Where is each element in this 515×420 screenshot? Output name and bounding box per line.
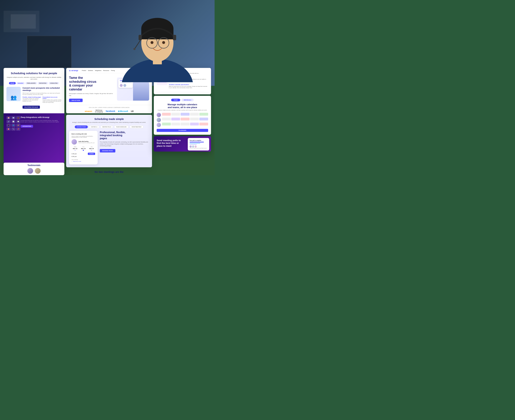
- booking-dates: WED Mar 22 THU Mar 23 FRI Mar 24: [72, 146, 95, 151]
- logos-bar: JOIN 100,000+ USERS FROM LEADING COMPANI…: [66, 105, 152, 113]
- date-num: Mar 23: [80, 148, 87, 150]
- tag-consulting[interactable]: CONSULTING: [49, 82, 59, 84]
- confirm-button[interactable]: Confirm: [88, 153, 95, 155]
- cal-people-col: [157, 113, 161, 127]
- tab-group[interactable]: GROUP MEETINGS: [130, 126, 144, 128]
- int-logo: 💼: [16, 116, 20, 119]
- solutions-button[interactable]: SOLUTIONS FOR SALES: [23, 106, 40, 109]
- right-bottom-section: Send meeting polls tofind the best time …: [154, 136, 211, 152]
- date-dot: [91, 150, 92, 151]
- feature-placeholders: Tentative calendar placeholders When you…: [169, 84, 208, 90]
- left-tags: SALES education FREELANCERS RECRUITING C…: [7, 82, 61, 84]
- int-logo: 🌐: [11, 124, 15, 127]
- booking-card: Book a meeting with Julie Click on a dat…: [69, 131, 98, 165]
- left-bottom-section: 📅 📧 💼 🔗 📊 💬 📱 🌐 ⚡ 🎯 🔧 📌 Deep Integration…: [4, 113, 64, 163]
- calendars-button[interactable]: CALENDARS: [157, 129, 208, 132]
- host-avatar: [72, 139, 77, 145]
- day-label: FRI: [88, 146, 95, 147]
- hero-sub: Real people's schedules are messy. Chaot…: [69, 93, 115, 97]
- logos-title: JOIN 100,000+ USERS FROM LEADING COMPANI…: [69, 107, 149, 108]
- int-logo: 📱: [7, 124, 11, 127]
- left-convert-section: Convert more prospects into scheduled me…: [7, 87, 61, 111]
- panel-left: Scheduling solutions for real people Int…: [4, 68, 64, 175]
- svg-point-13: [162, 41, 165, 44]
- date-num: Mar 22: [72, 148, 79, 150]
- cal-cell: [171, 113, 180, 116]
- logo-lei: LEI: [131, 110, 133, 112]
- svg-rect-8: [139, 35, 142, 40]
- poll-people: [189, 145, 207, 148]
- left-top-section: Scheduling solutions for real people Int…: [4, 68, 64, 113]
- scheduling-right-sub: The simplicity of hands-off, automatic s…: [100, 141, 149, 147]
- cal-cell: [181, 123, 189, 126]
- poll-bar-3: [189, 144, 197, 145]
- int-logo: 🔧: [11, 128, 15, 131]
- poll-card-title: Your poll is complete: [189, 140, 207, 141]
- signup-button[interactable]: SIGN UP NOW: [69, 99, 83, 102]
- date-fri: FRI Mar 24: [88, 146, 95, 151]
- convert-sub: With Arrangr's streamlined and approacha…: [23, 92, 61, 95]
- scheduling-title: Scheduling made simple: [69, 118, 149, 120]
- nav-integrations[interactable]: Integrations: [95, 70, 101, 71]
- int-logo: 🎯: [7, 128, 11, 131]
- tab-individuals[interactable]: INDIVIDUALS: [181, 99, 194, 101]
- note-text: Made free to meet: [73, 161, 81, 162]
- feature2-title: Personalized one-on-one invites: [43, 97, 61, 99]
- booking-times: 4:30 pm Confirm 6:00 pm: [72, 153, 95, 157]
- date-dot-active: [83, 150, 84, 151]
- left-hero-sub: Integrate multiple accounts, calendars, …: [7, 76, 61, 80]
- booking-card-title: Book a meeting with Julie: [72, 133, 95, 135]
- testimonial-avatar-1: [27, 168, 33, 174]
- tag-sales[interactable]: SALES: [9, 82, 16, 84]
- cal-person-1: [157, 113, 161, 117]
- cal-cell: [190, 123, 199, 126]
- deep-integrations-content: Deep Integrations with Arrangr Arrangr b…: [21, 116, 61, 131]
- tag-freelancers[interactable]: FREELANCERS: [25, 82, 37, 84]
- poll-bar-2: [189, 143, 200, 144]
- integration-logos-grid: 📅 📧 💼 🔗 📊 💬 📱 🌐 ⚡ 🎯 🔧 📌: [7, 116, 19, 131]
- left-features: Flexible, simple booking pages The simpl…: [23, 97, 61, 104]
- host-name: Julie McCarthy: [78, 141, 95, 142]
- panel-right: Calendar overlays Let guests compare the…: [154, 68, 211, 175]
- integrations-button[interactable]: INTEGRATIONS: [21, 125, 33, 128]
- hero-card-row: [120, 82, 131, 83]
- testimonials-section: Testimonials: [4, 163, 64, 175]
- tab-meeting-polls[interactable]: MEETING POLLS: [100, 126, 113, 128]
- tab-custom[interactable]: CUSTOM 1:1: [89, 126, 99, 128]
- svg-point-12: [151, 41, 153, 44]
- logo-facebook: facebook: [106, 110, 115, 112]
- tab-booking-pages[interactable]: BOOKING PAGES: [75, 126, 88, 128]
- day-label: WED: [72, 146, 79, 147]
- cal-cell: [190, 118, 199, 120]
- arrangr-logo: arrangr: [69, 69, 78, 71]
- tag-recruiting[interactable]: RECRUITING: [38, 82, 48, 84]
- feature2-text: Flexible invitations, like a calendar me…: [43, 99, 61, 103]
- poll-bar-1: [189, 142, 204, 142]
- day-label: THU: [80, 146, 87, 147]
- logo-mckinsey: McKinsey& Company: [95, 110, 103, 113]
- nav-product[interactable]: Product: [82, 70, 86, 71]
- cal-person-3: [157, 123, 161, 127]
- int-logo: 💬: [16, 120, 20, 123]
- scheduling-sub: Arrangr's visual scheduling lets you str…: [69, 121, 149, 123]
- screenshots-container: Scheduling solutions for real people Int…: [0, 68, 215, 175]
- poll-person: [189, 145, 192, 148]
- cal-cell: [181, 118, 189, 120]
- nav-solutions[interactable]: Solutions: [88, 70, 93, 71]
- int-logo: 📅: [7, 116, 11, 119]
- check-icon: ✓: [72, 161, 72, 162]
- int-logo: ⚡: [16, 124, 20, 127]
- booking-pages-button[interactable]: BOOKING PAGES: [100, 149, 115, 152]
- view-settings[interactable]: View Settings: [72, 159, 95, 160]
- svg-line-10: [135, 40, 140, 48]
- tab-team[interactable]: TEAM SCHEDULING: [114, 126, 129, 128]
- cal-cell: [162, 118, 171, 120]
- poll-card: Your poll is complete 3 out of 5 voters …: [188, 138, 209, 150]
- poll-stat: 3 out of 5 voters have the poll filled t…: [189, 148, 207, 149]
- cal-person-2: [157, 118, 161, 122]
- tag-education[interactable]: education: [16, 82, 25, 84]
- right-calendar-section: TEAMS INDIVIDUALS Manage multiple calend…: [154, 96, 211, 135]
- tab-teams[interactable]: TEAMS: [171, 99, 180, 101]
- time-row-1: 4:30 pm Confirm: [72, 153, 95, 155]
- testimonials-title: Testimonials: [7, 164, 61, 166]
